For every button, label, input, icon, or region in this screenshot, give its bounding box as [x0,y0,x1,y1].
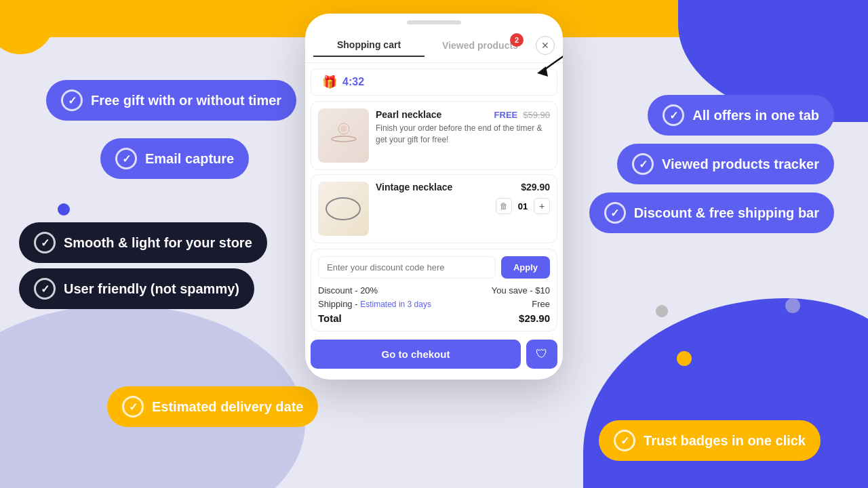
badge-discount-label: Discount & free shipping bar [634,205,819,221]
qty-increment[interactable]: + [534,198,550,214]
discount-input-row: Apply [318,256,550,279]
badge-trust-label: Trust badges in one click [644,433,806,449]
tab-viewed-products[interactable]: Viewed products 2 [425,35,536,56]
check-icon-discount: ✓ [604,202,626,224]
discount-section: Apply Discount - 20% You save - $10 Ship… [311,249,557,331]
total-label: Total [318,312,342,324]
badge-free-gift-label: Free gift with or without timer [91,93,281,108]
tab-shopping-cart[interactable]: Shopping cart [313,34,425,57]
product-info-pearl: Pearl necklace FREE $59.90 Finish your o… [376,108,550,146]
shipping-row: Shipping - Estimated in 3 days Free [318,299,550,309]
product-name-vintage: Vintage necklace [376,182,452,192]
check-icon-email: ✓ [115,148,137,169]
checkout-button[interactable]: Go to chekout [311,340,521,369]
price-original-pearl: $59.90 [523,110,550,120]
badge-smooth-label: Smooth & light for your store [64,235,252,251]
badge-smooth: ✓ Smooth & light for your store [19,222,267,263]
price-free-label: FREE [494,110,518,120]
check-icon-trust: ✓ [614,430,635,451]
badge-trust: ✓ Trust badges in one click [599,420,821,461]
badge-email-capture: ✓ Email capture [100,138,249,179]
product-card-pearl: Pearl necklace FREE $59.90 Finish your o… [311,101,557,170]
close-button[interactable]: ✕ [536,36,555,55]
dot-gray-1 [656,305,668,317]
badge-offers-label: All offers in one tab [692,108,819,123]
product-name-pearl: Pearl necklace [376,109,441,120]
badge-all-offers: ✓ All offers in one tab [648,95,834,136]
shield-icon: 🛡 [536,347,548,361]
tab-bar: Shopping cart Viewed products 2 ✕ [305,28,563,63]
product-image-vintage [318,182,369,236]
price-vintage: $29.90 [521,182,550,192]
yellow-circle-tl [0,0,54,54]
apply-button[interactable]: Apply [501,256,550,279]
badge-delivery-label: Estimated delivery date [152,399,303,415]
price-row-pearl: FREE $59.90 [494,110,550,120]
checkout-row: Go to chekout 🛡 [305,334,563,369]
timer-value: 4:32 [342,76,364,88]
badge-free-gift: ✓ Free gift with or without timer [46,80,296,121]
badge-estimated-delivery: ✓ Estimated delivery date [107,386,318,427]
gift-timer: 🎁 4:32 [311,68,557,96]
discount-label: Discount - 20% [318,285,378,296]
badge-discount-bar: ✓ Discount & free shipping bar [589,192,834,233]
badge-viewed-label: Viewed products tracker [662,157,819,172]
badge-user-label: User friendly (not spammy) [64,281,239,297]
shipping-label: Shipping - Estimated in 3 days [318,299,431,309]
qty-controls-vintage: 🗑 01 + [376,198,550,214]
dot-yellow-1 [677,351,692,366]
check-icon-delivery: ✓ [122,396,144,418]
badge-user-friendly: ✓ User friendly (not spammy) [19,268,254,309]
delete-button[interactable]: 🗑 [496,198,512,214]
product-desc-pearl: Finish your order before the end of the … [376,123,550,146]
badge-email-label: Email capture [145,151,234,167]
product-image-pearl [318,108,369,163]
badge-viewed-products: ✓ Viewed products tracker [617,144,834,184]
svg-point-1 [332,136,356,142]
discount-row: Discount - 20% You save - $10 [318,285,550,296]
phone-mockup: Shopping cart Viewed products 2 ✕ 🎁 4:32 [305,14,563,380]
gift-icon: 🎁 [322,75,337,89]
check-icon-free-gift: ✓ [61,89,83,111]
svg-point-4 [326,198,360,220]
total-row: Total $29.90 [318,312,550,324]
discount-value: You save - $10 [492,285,550,296]
discount-input[interactable] [318,256,496,279]
dot-blue-1 [58,203,70,216]
shipping-est: Estimated in 3 days [360,300,431,309]
qty-value: 01 [516,201,530,211]
svg-point-3 [340,125,347,132]
product-card-vintage: Vintage necklace $29.90 🗑 01 + [311,174,557,243]
shipping-value: Free [532,299,550,309]
notification-badge: 2 [510,33,524,47]
check-icon-user: ✓ [34,278,56,300]
phone-notch [407,20,461,24]
check-icon-offers: ✓ [663,104,684,126]
check-icon-viewed: ✓ [632,153,654,175]
dot-purple-1 [785,298,800,313]
product-info-vintage: Vintage necklace $29.90 🗑 01 + [376,182,550,214]
total-value: $29.90 [519,312,550,324]
check-icon-smooth: ✓ [34,232,56,253]
shield-button[interactable]: 🛡 [526,340,557,369]
